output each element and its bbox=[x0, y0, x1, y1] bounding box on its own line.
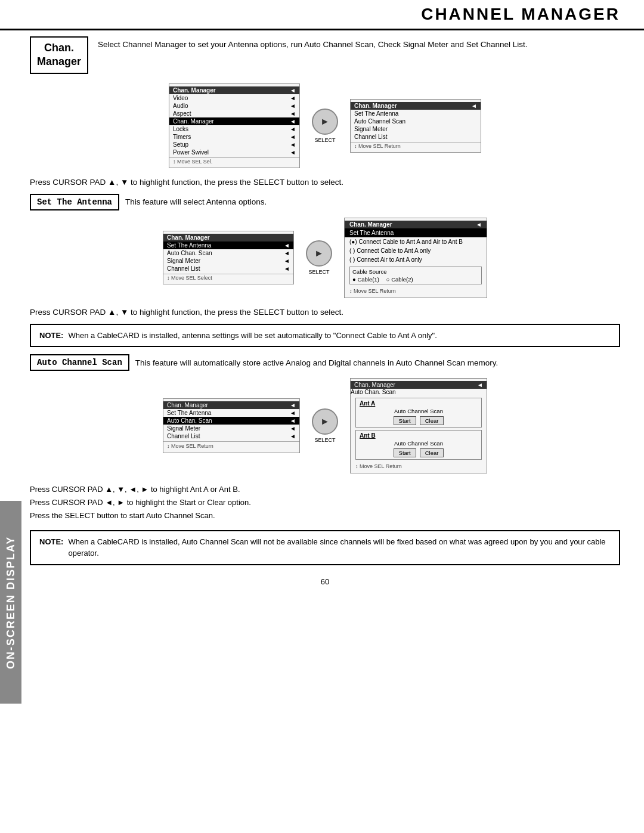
set-antenna-left-diagram: Chan. Manager Set The Antenna◄ Auto Chan… bbox=[163, 231, 294, 284]
press-text-2: Press CURSOR PAD ◄, ► to highlight the S… bbox=[30, 496, 620, 509]
set-antenna-row: Set The Antenna This feature will select… bbox=[30, 194, 620, 210]
note-box-1: NOTE: When a CableCARD is installed, ant… bbox=[30, 324, 620, 348]
option-1: (●) Connect Cable to Ant A and Air to An… bbox=[345, 237, 487, 246]
menu-right-diagram: Chan. Manager ◄ Set The Antenna Auto Cha… bbox=[350, 99, 481, 153]
menu-right-item-3: Signal Meter bbox=[351, 125, 481, 133]
press-text-1: Press CURSOR PAD ▲, ▼, ◄, ► to highlight… bbox=[30, 483, 620, 496]
set-antenna-left-item-2: Auto Chan. Scan◄ bbox=[163, 249, 293, 257]
ant-a-btns: Start Clear bbox=[360, 416, 478, 425]
select-button-1: ► bbox=[312, 109, 338, 135]
cable1-option: ● Cable(1) bbox=[352, 276, 379, 283]
note-box-2: NOTE: When a CableCARD is installed, Aut… bbox=[30, 530, 620, 565]
select-label-2: SELECT bbox=[308, 269, 329, 275]
diagrams-row-2: Chan. Manager Set The Antenna◄ Auto Chan… bbox=[30, 218, 620, 298]
ant-b-desc: Auto Channel Scan bbox=[360, 440, 478, 447]
menu-item-chan-manager: Chan. Manager◄ bbox=[169, 117, 299, 125]
menu-item-timers: Timers◄ bbox=[169, 133, 299, 141]
menu-item-audio: Audio◄ bbox=[169, 102, 299, 110]
note-1-label: NOTE: bbox=[39, 330, 63, 342]
arrow-container-1: ► SELECT bbox=[312, 109, 338, 143]
ant-a-clear-btn[interactable]: Clear bbox=[420, 416, 444, 425]
note-2-label: NOTE: bbox=[39, 536, 63, 559]
set-antenna-desc: This feature will select Antenna options… bbox=[125, 197, 267, 206]
menu-right-title-arrow: ◄ bbox=[471, 103, 477, 109]
select-button-2: ► bbox=[306, 240, 332, 267]
auto-scan-right-footer: ↕ Move SEL Return bbox=[351, 462, 487, 470]
auto-scan-right-subtitle: Auto Chan. Scan bbox=[351, 389, 487, 395]
set-antenna-left-item-3: Signal Meter◄ bbox=[163, 257, 293, 265]
ant-b-btns: Start Clear bbox=[360, 448, 478, 457]
set-antenna-right-title: Chan. Manager ◄ bbox=[345, 221, 487, 228]
menu-right-item-4: Channel List bbox=[351, 133, 481, 141]
menu-right-title-text: Chan. Manager bbox=[354, 103, 397, 109]
select-label-1: SELECT bbox=[314, 137, 335, 143]
select-label-3: SELECT bbox=[314, 437, 335, 443]
menu-item-setup: Setup◄ bbox=[169, 141, 299, 148]
intro-box: Chan.Manager Select Channel Manager to s… bbox=[30, 36, 620, 74]
ant-b-start-btn[interactable]: Start bbox=[394, 448, 416, 457]
ant-a-desc: Auto Channel Scan bbox=[360, 408, 478, 414]
arrow-container-3: ► SELECT bbox=[312, 408, 338, 443]
auto-scan-left-item-3: Signal Meter◄ bbox=[163, 425, 299, 432]
ant-b-box: Ant B Auto Channel Scan Start Clear bbox=[355, 430, 482, 460]
cable2-option: ○ Cable(2) bbox=[386, 276, 413, 283]
menu-left-footer: ↕ Move SEL Sel. bbox=[169, 157, 299, 165]
auto-scan-desc: This feature will automatically store ac… bbox=[135, 358, 498, 367]
menu-right-item-2: Auto Channel Scan bbox=[351, 117, 481, 125]
cursor-pad-text-2: Press CURSOR PAD ▲, ▼ to highlight funct… bbox=[30, 308, 620, 317]
intro-text: Select Channel Manager to set your Anten… bbox=[98, 36, 620, 51]
chan-manager-label: Chan.Manager bbox=[30, 36, 88, 74]
set-antenna-right-diagram: Chan. Manager ◄ Set The Antenna (●) Conn… bbox=[344, 218, 487, 298]
diagrams-row-1: Chan. Manager ◄ Video◄ Audio◄ Aspect◄ Ch… bbox=[30, 83, 620, 168]
set-antenna-right-subtitle: Set The Antenna bbox=[345, 228, 487, 237]
set-antenna-left-footer: ↕ Move SEL Select bbox=[163, 274, 293, 281]
menu-left-title-text: Chan. Manager bbox=[173, 87, 216, 94]
ant-b-clear-btn[interactable]: Clear bbox=[420, 448, 444, 457]
menu-item-aspect: Aspect◄ bbox=[169, 110, 299, 117]
menu-item-power-swivel: Power Swivel◄ bbox=[169, 148, 299, 156]
set-antenna-label: Set The Antenna bbox=[30, 194, 119, 210]
menu-right-footer: ↕ Move SEL Return bbox=[351, 142, 481, 150]
menu-right-title: Chan. Manager ◄ bbox=[351, 102, 481, 110]
menu-right-item-1: Set The Antenna bbox=[351, 110, 481, 117]
press-texts: Press CURSOR PAD ▲, ▼, ◄, ► to highlight… bbox=[30, 483, 620, 522]
ant-a-box: Ant A Auto Channel Scan Start Clear bbox=[355, 398, 482, 428]
sidebar-label: ON-SCREEN DISPLAY bbox=[0, 501, 21, 704]
menu-left-title-arrow: ◄ bbox=[290, 87, 296, 94]
cursor-pad-text-1: Press CURSOR PAD ▲, ▼ to highlight funct… bbox=[30, 178, 620, 187]
page-title: CHANNEL MANAGER bbox=[421, 5, 620, 23]
set-antenna-left-item-4: Channel List◄ bbox=[163, 265, 293, 272]
auto-scan-label: Auto Channel Scan bbox=[30, 354, 129, 371]
set-antenna-left-item-1: Set The Antenna◄ bbox=[163, 241, 293, 249]
select-button-3: ► bbox=[312, 408, 338, 435]
menu-item-video: Video◄ bbox=[169, 94, 299, 102]
page-number: 60 bbox=[30, 577, 620, 592]
note-1-text: When a CableCARD is installed, antenna s… bbox=[68, 330, 436, 342]
option-2: ( ) Connect Cable to Ant A only bbox=[345, 246, 487, 255]
arrow-container-2: ► SELECT bbox=[306, 240, 332, 275]
auto-scan-left-item-4: Channel List◄ bbox=[163, 432, 299, 440]
cable-source-label: Cable Source bbox=[352, 268, 479, 275]
auto-scan-right-title: Chan. Manager ◄ bbox=[351, 381, 487, 389]
auto-scan-left-diagram: Chan. Manager ◄ Set The Antenna◄ Auto Ch… bbox=[163, 398, 300, 453]
ant-a-label: Ant A bbox=[360, 400, 478, 407]
auto-scan-left-title: Chan. Manager ◄ bbox=[163, 401, 299, 409]
main-content: Chan.Manager Select Channel Manager to s… bbox=[0, 30, 644, 616]
press-text-3: Press the SELECT button to start Auto Ch… bbox=[30, 509, 620, 522]
set-antenna-right-footer: ↕ Move SEL Return bbox=[345, 287, 487, 295]
diagrams-row-3: Chan. Manager ◄ Set The Antenna◄ Auto Ch… bbox=[30, 378, 620, 473]
cable-options: ● Cable(1) ○ Cable(2) bbox=[352, 276, 479, 283]
cable-source-section: Cable Source ● Cable(1) ○ Cable(2) bbox=[349, 267, 482, 284]
menu-left-diagram: Chan. Manager ◄ Video◄ Audio◄ Aspect◄ Ch… bbox=[169, 83, 300, 168]
ant-b-label: Ant B bbox=[360, 432, 478, 439]
menu-left-title: Chan. Manager ◄ bbox=[169, 86, 299, 94]
auto-scan-row: Auto Channel Scan This feature will auto… bbox=[30, 354, 620, 371]
page-title-bar: CHANNEL MANAGER bbox=[0, 0, 644, 30]
set-antenna-left-title: Chan. Manager bbox=[163, 234, 293, 241]
menu-item-locks: Locks◄ bbox=[169, 125, 299, 133]
auto-scan-left-footer: ↕ Move SEL Return bbox=[163, 441, 299, 450]
auto-scan-right-diagram: Chan. Manager ◄ Auto Chan. Scan Ant A Au… bbox=[350, 378, 487, 473]
auto-scan-left-item-1: Set The Antenna◄ bbox=[163, 409, 299, 417]
ant-a-start-btn[interactable]: Start bbox=[394, 416, 416, 425]
note-2-text: When a CableCARD is installed, Auto Chan… bbox=[68, 536, 611, 559]
